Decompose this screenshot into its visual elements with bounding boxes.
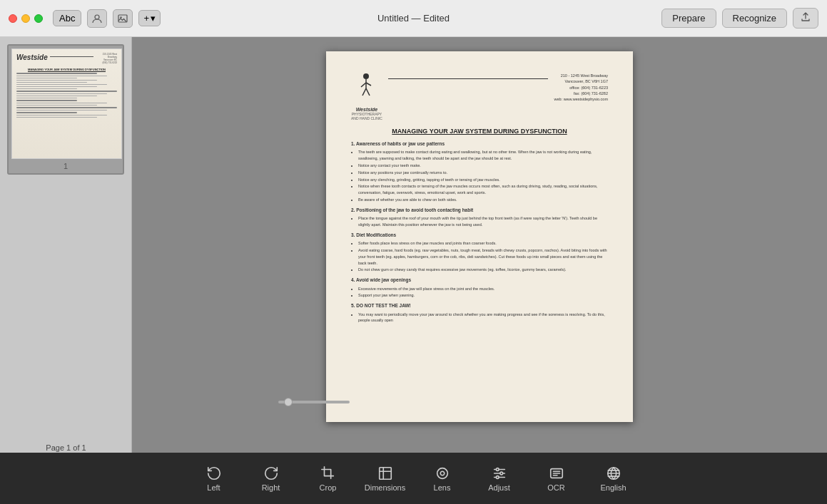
maximize-button[interactable] [34, 14, 43, 23]
section-4: 4. Avoid wide jaw openings Excessive mov… [351, 277, 608, 299]
section-3-item-1: Softer foods place less stress on the ja… [358, 240, 608, 247]
section-1-item-2: Notice any contact your teeth make. [358, 163, 608, 169]
bottom-toolbar: Left Right Crop Dimensions Lens [0, 453, 827, 504]
adjust-label: Adjust [488, 483, 510, 492]
contact-icon [92, 14, 102, 24]
page-thumbnail[interactable]: Westside 210-1245 West BroadwayVancouver… [7, 44, 124, 175]
svg-point-17 [496, 468, 499, 470]
company-logo: Westside PHYSIOTHERAPYAND HAND CLINIC [351, 73, 382, 120]
dimensions-button[interactable]: Dimensions [357, 453, 414, 504]
section-4-title: 4. Avoid wide jaw openings [351, 277, 411, 284]
share-icon [801, 12, 811, 22]
titlebar-right: Prepare Recognize [661, 8, 827, 29]
document-viewer[interactable]: Westside PHYSIOTHERAPYAND HAND CLINIC 21… [132, 37, 827, 453]
prepare-button[interactable]: Prepare [661, 9, 716, 28]
image-icon-button[interactable] [113, 9, 133, 28]
image-icon [118, 14, 128, 24]
ocr-button[interactable]: OCR [528, 453, 585, 504]
scroll-thumb[interactable] [284, 398, 293, 406]
company-address: 210 - 1245 West Broadway Vancouver, BC V… [554, 73, 608, 102]
section-1-item-3: Notice any positions your jaw continuall… [358, 170, 608, 176]
svg-line-7 [362, 88, 366, 96]
window-title: Untitled — Edited [377, 13, 450, 24]
page-number: 1 [11, 162, 120, 170]
svg-point-3 [363, 73, 369, 79]
dimensions-label: Dimensions [365, 483, 405, 492]
svg-point-2 [121, 16, 122, 18]
document-page: Westside PHYSIOTHERAPYAND HAND CLINIC 21… [326, 51, 633, 422]
section-4-item-2: Support your jaw when yawning. [358, 292, 608, 299]
dimensions-icon [377, 466, 393, 481]
language-label: English [600, 483, 626, 492]
svg-rect-9 [379, 467, 391, 479]
lens-icon [435, 466, 450, 481]
document-title: MANAGING YOUR JAW SYSTEM DURING DYSFUNCT… [351, 128, 608, 135]
main-area: Westside 210-1245 West BroadwayVancouver… [0, 37, 827, 453]
svg-line-6 [366, 83, 371, 86]
section-4-item-1: Excessive movements of the jaw will plac… [358, 286, 608, 292]
contact-icon-button[interactable] [87, 9, 107, 28]
company-name: Westside [356, 107, 378, 112]
document-body: 1. Awareness of habits or jaw use patter… [351, 140, 608, 324]
scroll-area [264, 396, 827, 408]
adjust-button[interactable]: Adjust [471, 453, 528, 504]
title-text: Untitled — Edited [377, 13, 450, 24]
crop-label: Crop [320, 483, 337, 492]
add-button[interactable]: + ▾ [138, 10, 161, 26]
page-info: Page 1 of 1 [0, 443, 132, 452]
svg-point-0 [95, 15, 99, 19]
logo-icon [354, 73, 379, 107]
rotate-left-button[interactable]: Left [186, 453, 243, 504]
recognize-button[interactable]: Recognize [722, 9, 787, 28]
section-2-item-1: Place the tongue against the roof of you… [358, 215, 608, 228]
sidebar: Westside 210-1245 West BroadwayVancouver… [0, 37, 132, 453]
rotate-right-label: Right [262, 483, 280, 492]
rotate-left-label: Left [207, 483, 220, 492]
ocr-icon [549, 466, 564, 481]
section-1-item-1: The teeth are supposed to make contact d… [358, 149, 608, 162]
rotate-right-icon [263, 466, 279, 481]
header-divider [388, 78, 549, 79]
section-3-title: 3. Diet Modifications [351, 232, 396, 239]
minimize-button[interactable] [21, 14, 30, 23]
section-3-item-3: Do not chew gum or chewy candy that requ… [358, 267, 608, 273]
section-5-title: 5. DO NOT TEST THE JAW! [351, 302, 411, 309]
svg-point-13 [440, 471, 445, 475]
adjust-icon [492, 466, 507, 481]
rotate-right-button[interactable]: Right [243, 453, 300, 504]
section-1-item-5: Notice when these tooth contacts or tens… [358, 183, 608, 196]
section-2: 2. Positioning of the jaw to avoid tooth… [351, 207, 608, 228]
section-3-item-2: Avoid eating coarse, hard foods (eg. raw… [358, 247, 608, 266]
section-1-item-4: Notice any clenching, grinding, gritting… [358, 177, 608, 183]
titlebar-left: Abc + ▾ [0, 9, 161, 28]
titlebar: Abc + ▾ Untitled — Edited Prepare Recogn… [0, 0, 827, 37]
svg-point-12 [437, 468, 447, 478]
section-1-item-6: Be aware of whether you are able to chew… [358, 197, 608, 203]
svg-line-8 [366, 88, 370, 96]
language-button[interactable]: English [585, 453, 642, 504]
lens-label: Lens [434, 483, 451, 492]
scroll-track[interactable] [278, 401, 350, 403]
close-button[interactable] [9, 14, 17, 23]
svg-point-19 [496, 475, 499, 478]
add-icon: + [143, 13, 149, 24]
text-tool-label: Abc [59, 13, 75, 24]
section-5: 5. DO NOT TEST THE JAW! You may want to … [351, 302, 608, 324]
traffic-lights [9, 14, 43, 23]
logo-graphic [354, 73, 379, 105]
section-2-title: 2. Positioning of the jaw to avoid tooth… [351, 207, 473, 214]
section-3-list: Softer foods place less stress on the ja… [351, 240, 608, 273]
rotate-left-icon [206, 466, 222, 481]
company-tagline: PHYSIOTHERAPYAND HAND CLINIC [351, 112, 382, 120]
add-chevron: ▾ [151, 13, 156, 24]
text-tool-button[interactable]: Abc [53, 10, 81, 26]
section-2-list: Place the tongue against the roof of you… [351, 215, 608, 228]
ocr-label: OCR [547, 483, 564, 492]
thumbnail-image: Westside 210-1245 West BroadwayVancouver… [11, 48, 122, 159]
svg-point-18 [499, 472, 502, 475]
crop-button[interactable]: Crop [300, 453, 357, 504]
section-1-title: 1. Awareness of habits or jaw use patter… [351, 140, 445, 148]
share-button[interactable] [793, 8, 818, 29]
lens-button[interactable]: Lens [414, 453, 471, 504]
section-1: 1. Awareness of habits or jaw use patter… [351, 140, 608, 203]
